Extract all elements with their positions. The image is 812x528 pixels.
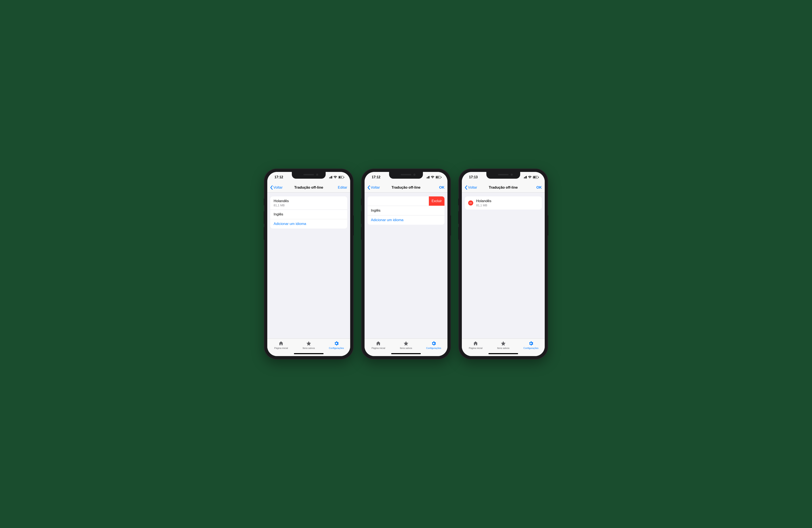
chevron-left-icon xyxy=(367,185,370,190)
wifi-icon xyxy=(333,176,337,179)
tab-gear[interactable]: Configurações xyxy=(517,338,545,351)
minus-icon[interactable] xyxy=(468,200,473,206)
tab-star[interactable]: Itens salvos xyxy=(295,338,323,351)
language-row-edit[interactable]: Holandês81,1 MB xyxy=(465,196,542,210)
tab-star[interactable]: Itens salvos xyxy=(392,338,420,351)
home-indicator[interactable] xyxy=(489,353,518,354)
language-card: êsExcluirInglêsAdicionar um idioma xyxy=(367,196,445,225)
battery-icon: 26 xyxy=(338,176,344,179)
phone-frame: 17:1226VoltarTradução off-lineEditarHola… xyxy=(264,169,353,359)
chevron-left-icon xyxy=(270,185,273,190)
row-sub: 81,1 MB xyxy=(476,203,538,207)
back-button[interactable]: Voltar xyxy=(465,185,482,190)
page-title: Tradução off-line xyxy=(385,185,427,190)
status-time: 17:12 xyxy=(372,175,380,179)
signal-icon xyxy=(426,176,430,179)
page-title: Tradução off-line xyxy=(482,185,525,190)
add-language-row[interactable]: Adicionar um idioma xyxy=(367,215,445,225)
language-card: Holandês81,1 MBInglêsAdicionar um idioma xyxy=(270,196,347,228)
star-icon xyxy=(306,341,311,346)
row-title: Inglês xyxy=(274,212,344,216)
content-area: Holandês81,1 MBInglêsAdicionar um idioma xyxy=(267,193,350,338)
back-label: Voltar xyxy=(371,185,380,190)
row-title: Inglês xyxy=(371,209,441,213)
tab-gear[interactable]: Configurações xyxy=(322,338,350,351)
gear-icon xyxy=(528,341,534,346)
row-title: Holandês xyxy=(274,199,344,203)
row-title: Adicionar um idioma xyxy=(274,222,344,226)
row-title: Holandês xyxy=(476,199,538,203)
tab-star[interactable]: Itens salvos xyxy=(490,338,517,351)
wifi-icon xyxy=(528,176,532,179)
tab-home[interactable]: Página inicial xyxy=(365,338,392,351)
tab-label: Itens salvos xyxy=(497,347,509,349)
home-icon xyxy=(278,341,284,346)
battery-icon: 26 xyxy=(533,176,539,179)
nav-bar: VoltarTradução off-lineOK xyxy=(462,182,545,193)
tab-home[interactable]: Página inicial xyxy=(267,338,295,351)
star-icon xyxy=(403,341,409,346)
language-row[interactable]: Inglês xyxy=(367,206,445,215)
tab-label: Página inicial xyxy=(469,347,482,349)
content-area: êsExcluirInglêsAdicionar um idioma xyxy=(365,193,447,338)
add-language-row[interactable]: Adicionar um idioma xyxy=(270,219,347,228)
home-icon xyxy=(376,341,381,346)
notch xyxy=(487,172,520,179)
content-area: Holandês81,1 MB xyxy=(462,193,545,338)
notch xyxy=(389,172,423,179)
tab-label: Página inicial xyxy=(274,347,288,349)
row-title: Adicionar um idioma xyxy=(371,218,441,222)
tab-home[interactable]: Página inicial xyxy=(462,338,490,351)
battery-icon: 26 xyxy=(436,176,441,179)
tab-gear[interactable]: Configurações xyxy=(420,338,447,351)
star-icon xyxy=(501,341,506,346)
status-time: 17:12 xyxy=(274,175,283,179)
nav-action-button[interactable]: OK xyxy=(427,185,445,190)
phone-frame: 17:1226VoltarTradução off-lineOKêsExclui… xyxy=(362,169,450,359)
tab-label: Itens salvos xyxy=(303,347,315,349)
nav-bar: VoltarTradução off-lineOK xyxy=(365,182,447,193)
phone-frame: 17:1326VoltarTradução off-lineOKHolandês… xyxy=(459,169,548,359)
back-label: Voltar xyxy=(468,185,477,190)
tab-label: Configurações xyxy=(426,347,441,349)
gear-icon xyxy=(431,341,436,346)
chevron-left-icon xyxy=(465,185,467,190)
status-time: 17:13 xyxy=(469,175,478,179)
back-button[interactable]: Voltar xyxy=(367,185,385,190)
notch xyxy=(292,172,325,179)
gear-icon xyxy=(334,341,339,346)
language-row-swiped[interactable]: êsExcluir xyxy=(367,196,429,206)
row-sub: 81,1 MB xyxy=(274,203,344,207)
row-title-fragment: ês xyxy=(367,199,425,203)
home-indicator[interactable] xyxy=(391,353,421,354)
wifi-icon xyxy=(431,176,434,179)
tab-label: Página inicial xyxy=(372,347,385,349)
tab-label: Configurações xyxy=(329,347,344,349)
page-title: Tradução off-line xyxy=(287,185,330,190)
nav-action-button[interactable]: OK xyxy=(525,185,542,190)
language-row[interactable]: Holandês81,1 MB xyxy=(270,196,347,210)
back-label: Voltar xyxy=(273,185,282,190)
home-indicator[interactable] xyxy=(294,353,323,354)
nav-bar: VoltarTradução off-lineEditar xyxy=(267,182,350,193)
signal-icon xyxy=(523,176,527,179)
nav-action-button[interactable]: Editar xyxy=(330,185,347,190)
tab-label: Itens salvos xyxy=(400,347,412,349)
home-icon xyxy=(473,341,478,346)
tab-label: Configurações xyxy=(523,347,538,349)
language-card: Holandês81,1 MB xyxy=(465,196,542,210)
back-button[interactable]: Voltar xyxy=(270,185,287,190)
signal-icon xyxy=(329,176,332,179)
language-row[interactable]: Inglês xyxy=(270,210,347,219)
delete-button[interactable]: Excluir xyxy=(429,196,445,206)
